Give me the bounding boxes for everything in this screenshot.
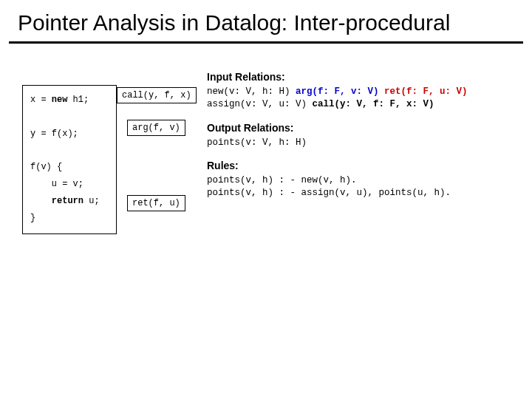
content-area: x = new h1; y = f(x); f(v) { u = v; retu…: [0, 44, 532, 79]
input-relations-head: Input Relations:: [207, 70, 516, 84]
rules-head: Rules:: [207, 159, 516, 173]
output-relations-line1: points(v: V, h: H): [207, 137, 516, 149]
rule-2: points(v, h) : - assign(v, u), points(u,…: [207, 187, 516, 200]
code-line-5a: [30, 196, 52, 206]
code-line-2: y = f(x);: [30, 129, 78, 139]
code-block: x = new h1; y = f(x); f(v) { u = v; retu…: [22, 85, 117, 234]
label-ret: ret(f, u): [127, 195, 185, 211]
right-panel: Input Relations: new(v: V, h: H) arg(f: …: [207, 70, 516, 200]
output-relations-head: Output Relations:: [207, 121, 516, 135]
code-line-3: f(v) {: [30, 162, 62, 172]
input-arg: arg(f: F, v: V): [296, 86, 379, 97]
rule-1: points(v, h) : - new(v, h).: [207, 174, 516, 187]
code-kw-return: return: [52, 196, 83, 206]
input-sp: [379, 86, 385, 97]
code-line-5b: u;: [83, 196, 100, 206]
input-new: new(v: V, h: H): [207, 86, 296, 97]
page-title: Pointer Analysis in Datalog: Inter-proce…: [0, 0, 532, 41]
label-arg: arg(f, v): [127, 120, 185, 136]
input-assign: assign(v: V, u: V): [207, 99, 313, 109]
input-relations-line1: new(v: V, h: H) arg(f: F, v: V) ret(f: F…: [207, 86, 516, 98]
label-call: call(y, f, x): [117, 87, 197, 103]
code-line-1b: h1;: [67, 95, 89, 105]
input-relations-line2: assign(v: V, u: V) call(y: V, f: F, x: V…: [207, 98, 516, 111]
code-line-1a: x =: [30, 95, 52, 105]
code-kw-new: new: [52, 95, 68, 105]
code-line-4: u = v;: [30, 179, 83, 189]
input-ret: ret(f: F, u: V): [384, 86, 468, 97]
input-call: call(y: V, f: F, x: V): [313, 99, 434, 109]
code-line-6: }: [30, 213, 35, 223]
